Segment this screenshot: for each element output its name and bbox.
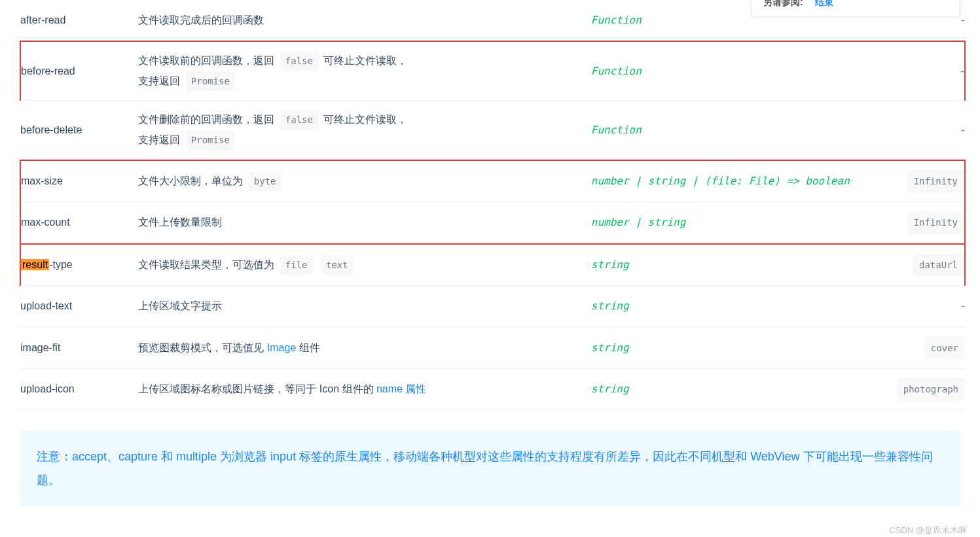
table-row: max-count文件上传数量限制number | stringInfinity [20, 202, 965, 244]
type-text: Function [591, 124, 642, 136]
see-also-link[interactable]: 结束 [815, 0, 833, 7]
default-value: Infinity [907, 211, 964, 234]
prop-type: string [591, 286, 867, 327]
default-value: photograph [897, 378, 965, 401]
dash: - [961, 14, 965, 27]
prop-name: image-fit [20, 327, 138, 369]
type-text: Function [591, 65, 642, 77]
prop-desc: 文件读取前的回调函数，返回 false 可终止文件读取，支持返回 Promise [138, 41, 590, 101]
inline-code: text [321, 255, 354, 275]
prop-name: max-size [20, 160, 138, 202]
props-table: after-read文件读取完成后的回调函数Function-before-re… [20, 0, 966, 411]
type-text: string [591, 300, 629, 312]
prop-desc: 文件读取结果类型，可选值为 file text [138, 244, 590, 286]
inline-code: false [280, 110, 318, 130]
table-row: max-size文件大小限制，单位为 bytenumber | string |… [20, 160, 965, 202]
type-text: string [591, 383, 629, 395]
prop-type: string [591, 327, 867, 369]
prop-type: Function [591, 41, 867, 101]
inline-code: Promise [186, 130, 235, 150]
prop-desc: 文件上传数量限制 [138, 202, 590, 244]
note-box: 注意：accept、capture 和 multiple 为浏览器 input … [20, 430, 960, 506]
default-value: dataUrl [913, 254, 964, 277]
prop-desc: 上传区域图标名称或图片链接，等同于 Icon 组件的 name 属性 [138, 369, 590, 411]
inline-code: Promise [186, 71, 235, 92]
prop-name: upload-icon [20, 369, 138, 411]
type-text: string [591, 258, 629, 271]
prop-name: before-delete [20, 101, 138, 160]
prop-default: cover [867, 327, 965, 369]
prop-default: Infinity [867, 202, 965, 244]
type-text: Function [591, 14, 642, 26]
table-row: before-read文件读取前的回调函数，返回 false 可终止文件读取，支… [20, 41, 965, 101]
prop-default: - [867, 101, 965, 160]
prop-desc: 文件大小限制，单位为 byte [138, 160, 590, 202]
doc-link[interactable]: name 属性 [376, 383, 426, 394]
prop-desc: 上传区域文字提示 [138, 286, 590, 327]
prop-desc: 文件读取完成后的回调函数 [138, 0, 590, 41]
prop-desc: 文件删除前的回调函数，返回 false 可终止文件读取，支持返回 Promise [138, 101, 590, 160]
dash: - [960, 65, 964, 78]
prop-name: after-read [20, 0, 138, 41]
prop-type: string [591, 244, 867, 286]
type-text: number | string [591, 216, 686, 228]
prop-default: dataUrl [867, 244, 965, 286]
table-row: image-fit预览图裁剪模式，可选值见 Image 组件stringcove… [20, 327, 965, 369]
default-value: cover [924, 337, 965, 360]
type-text: string [591, 341, 629, 354]
see-also-card: 另请参阅: 结束 [751, 0, 960, 17]
default-value: Infinity [907, 170, 964, 193]
prop-name: before-read [20, 41, 138, 101]
dash: - [961, 300, 965, 313]
prop-default: Infinity [867, 160, 965, 202]
prop-default: - [867, 286, 965, 327]
inline-code: false [280, 51, 318, 71]
type-text: number | string | (file: File) => boolea… [591, 175, 850, 187]
prop-name: result-type [20, 244, 138, 286]
table-row: before-delete文件删除前的回调函数，返回 false 可终止文件读取… [20, 101, 965, 160]
prop-name: max-count [20, 202, 138, 244]
prop-name: upload-text [20, 286, 138, 327]
inline-code: byte [249, 171, 281, 192]
prop-type: number | string | (file: File) => boolea… [591, 160, 867, 202]
table-row: upload-text上传区域文字提示string- [20, 286, 965, 327]
table-row: upload-icon上传区域图标名称或图片链接，等同于 Icon 组件的 na… [20, 369, 965, 411]
dash: - [961, 124, 965, 137]
prop-type: number | string [591, 202, 867, 244]
inline-code: file [280, 255, 313, 275]
prop-default: photograph [867, 369, 965, 411]
search-highlight: result [21, 259, 49, 270]
doc-link[interactable]: Image [267, 342, 296, 353]
prop-desc: 预览图裁剪模式，可选值见 Image 组件 [138, 327, 590, 369]
see-also-label: 另请参阅: [763, 0, 803, 7]
prop-type: Function [591, 101, 867, 160]
prop-type: string [591, 369, 867, 411]
prop-default: - [867, 41, 965, 101]
table-row: result-type文件读取结果类型，可选值为 file textstring… [20, 244, 965, 286]
